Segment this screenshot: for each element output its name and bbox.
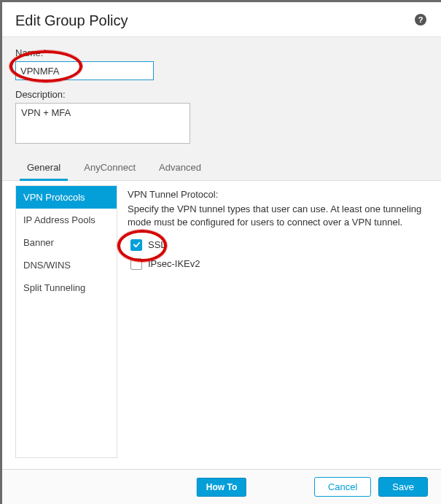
sidebar-item-banner[interactable]: Banner	[16, 231, 117, 254]
description-textarea[interactable]: VPN + MFA	[15, 103, 190, 144]
tabset: General AnyConnect Advanced	[15, 156, 428, 180]
protocols-desc: Specify the VPN tunnel types that user c…	[128, 203, 428, 229]
check-icon	[133, 241, 141, 249]
name-input[interactable]	[15, 61, 154, 80]
footer-center: How To	[197, 478, 246, 497]
save-button[interactable]: Save	[378, 477, 428, 497]
sidebar-item-ip-address-pools[interactable]: IP Address Pools	[16, 209, 117, 231]
sidebar-item-dns-wins[interactable]: DNS/WINS	[16, 254, 117, 276]
tab-general[interactable]: General	[15, 156, 72, 180]
footer: How To Cancel Save	[2, 469, 441, 504]
checkbox-ssl[interactable]	[130, 239, 142, 251]
form-area: Name:* Description: VPN + MFA General An…	[2, 37, 441, 181]
checkbox-ssl-label[interactable]: SSL	[148, 239, 166, 252]
checkbox-row-ssl: SSL	[130, 239, 428, 252]
tab-anyconnect[interactable]: AnyConnect	[72, 156, 147, 180]
tab-advanced[interactable]: Advanced	[147, 156, 213, 180]
content-area: VPN Protocols IP Address Pools Banner DN…	[2, 181, 441, 458]
checkbox-ipsec[interactable]	[130, 258, 142, 270]
dialog-header: Edit Group Policy ?	[2, 2, 441, 37]
name-label: Name:*	[15, 47, 428, 58]
checkbox-ipsec-label[interactable]: IPsec-IKEv2	[148, 257, 200, 271]
description-label: Description:	[15, 89, 428, 100]
footer-right: Cancel Save	[314, 477, 428, 497]
sidebar-item-vpn-protocols[interactable]: VPN Protocols	[16, 186, 117, 209]
cancel-button[interactable]: Cancel	[314, 477, 371, 497]
sidebar-item-split-tunneling[interactable]: Split Tunneling	[16, 276, 117, 299]
dialog: Edit Group Policy ? Name:* Description: …	[0, 0, 441, 504]
main-content: VPN Tunnel Protocol: Specify the VPN tun…	[117, 181, 441, 458]
help-icon[interactable]: ?	[415, 14, 426, 26]
dialog-title: Edit Group Policy	[15, 12, 128, 28]
protocols-title: VPN Tunnel Protocol:	[128, 188, 428, 201]
howto-button[interactable]: How To	[197, 478, 246, 497]
checkbox-row-ipsec: IPsec-IKEv2	[130, 257, 428, 271]
sidebar: VPN Protocols IP Address Pools Banner DN…	[15, 185, 117, 458]
